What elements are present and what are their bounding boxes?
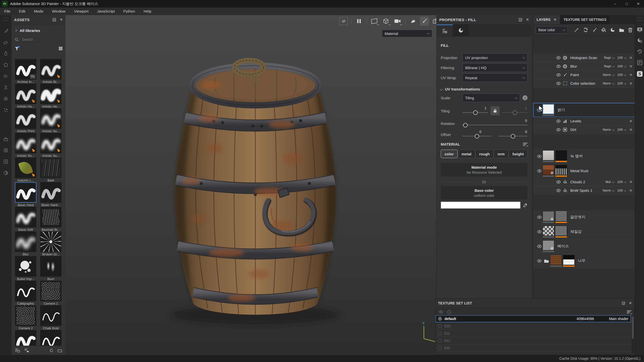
texture-set-row[interactable]: default 4096x4096 Main shader: [435, 315, 631, 323]
asset-thumbnail[interactable]: Ps: [15, 84, 36, 104]
remove-effect-icon[interactable]: ✕: [629, 81, 632, 86]
blend-mode-dropdown[interactable]: Mul: [606, 180, 614, 184]
tiling-y-slider[interactable]: 1: [502, 112, 528, 113]
layer-row[interactable]: S: [533, 117, 635, 125]
asset-thumbnail[interactable]: Ps: [40, 305, 61, 326]
close-icon[interactable]: ✕: [554, 18, 557, 22]
scrollbar[interactable]: [632, 315, 634, 353]
layer-row[interactable]: S: [533, 178, 635, 186]
display-settings-icon[interactable]: [637, 27, 642, 32]
asset-item[interactable]: Ps Basmati Br...: [38, 207, 63, 232]
asset-thumbnail[interactable]: Ps: [15, 281, 36, 301]
tiling-x-slider[interactable]: 1: [462, 112, 488, 113]
opacity-dropdown[interactable]: 100: [617, 64, 626, 68]
layer-row[interactable]: S: [533, 164, 644, 178]
smudge-tool-icon[interactable]: [0, 70, 12, 82]
perspective-view-icon[interactable]: [370, 17, 379, 26]
visibility-eye-icon[interactable]: [555, 56, 562, 60]
layer-row[interactable]: S: [533, 103, 644, 117]
asset-item[interactable]: Ps Artistic So...: [38, 133, 63, 158]
asset-thumbnail[interactable]: Ps: [15, 108, 36, 129]
hidden-eye-icon[interactable]: [438, 339, 442, 343]
rotation-slider[interactable]: 0: [462, 125, 528, 125]
menu-item[interactable]: Viewport: [70, 8, 93, 15]
info-icon[interactable]: i: [522, 95, 528, 100]
visibility-eye-icon[interactable]: [536, 155, 543, 158]
uv-tool-icon[interactable]: [0, 156, 12, 167]
tab-texture-set-settings[interactable]: TEXTURE SET SETTINGS: [560, 15, 610, 24]
asset-thumbnail[interactable]: Ps: [15, 256, 36, 277]
asset-thumbnail[interactable]: Ps: [40, 84, 61, 104]
camera-view-icon[interactable]: [393, 17, 402, 26]
texture-set-row[interactable]: 010: [435, 323, 631, 330]
shader-mode-dropdown[interactable]: Material: [382, 30, 432, 37]
particles-tool-icon[interactable]: [0, 104, 12, 116]
asset-item[interactable]: Ps Autumn L...: [13, 158, 38, 182]
tiling-y-value[interactable]: 1: [525, 106, 527, 110]
asset-item[interactable]: Ps Cement 1: [38, 281, 63, 305]
remove-effect-icon[interactable]: ✕: [629, 64, 632, 69]
visibility-eye-icon[interactable]: [536, 215, 543, 219]
panel-grip[interactable]: [637, 18, 642, 21]
asset-thumbnail[interactable]: Ps: [15, 232, 36, 252]
opacity-dropdown[interactable]: 100: [617, 128, 626, 131]
log-icon[interactable]: [637, 60, 642, 65]
pause-engine-icon[interactable]: [354, 17, 364, 26]
asset-item[interactable]: Ps Burn: [38, 256, 63, 281]
slider-knob[interactable]: [473, 110, 478, 115]
asset-thumbnail[interactable]: Ps: [15, 330, 36, 346]
material-options-icon[interactable]: [523, 143, 528, 146]
asset-item[interactable]: Ps Artistic So...: [13, 133, 38, 158]
layer-row[interactable]: S: [533, 62, 635, 71]
filter-icon[interactable]: [15, 46, 19, 51]
menu-item[interactable]: Help: [139, 8, 156, 15]
blend-mode-dropdown[interactable]: Norm: [603, 189, 614, 192]
visibility-eye-icon[interactable]: [555, 189, 562, 192]
library-selector[interactable]: All libraries: [12, 26, 65, 34]
layer-mask-thumbnail[interactable]: [555, 165, 567, 175]
substance-share-icon[interactable]: S: [637, 71, 643, 77]
asset-item[interactable]: Ps Chalk Bold: [38, 305, 63, 330]
export-tool-icon[interactable]: [0, 133, 12, 145]
offset-x-value[interactable]: 0: [479, 130, 481, 134]
asset-item[interactable]: Ps Basic Hard: [13, 182, 38, 207]
tab-layers[interactable]: LAYERS ✕: [533, 15, 560, 24]
tab-material-preview[interactable]: [453, 24, 469, 36]
refresh-icon[interactable]: [49, 348, 54, 353]
eyedropper-icon[interactable]: [523, 203, 528, 207]
offset-y-slider[interactable]: 0: [499, 136, 528, 137]
float-panel-icon[interactable]: [518, 18, 522, 22]
uv-transformations-header[interactable]: UV transformations: [440, 87, 480, 91]
asset-item[interactable]: Ps: [38, 330, 63, 346]
asset-thumbnail[interactable]: Ps: [15, 158, 36, 178]
hidden-eye-icon[interactable]: [438, 324, 442, 328]
history-icon[interactable]: [637, 49, 642, 54]
asset-item[interactable]: Ps Archive In...: [13, 59, 38, 84]
asset-thumbnail[interactable]: Ps: [15, 305, 36, 326]
visibility-eye-icon[interactable]: [555, 119, 562, 123]
remove-effect-icon[interactable]: ✕: [629, 180, 632, 184]
barrel-model[interactable]: [151, 53, 360, 329]
asset-item[interactable]: Ps Artistic He...: [38, 84, 63, 108]
list-folder-icon[interactable]: [24, 348, 29, 352]
remove-effect-icon[interactable]: ✕: [629, 56, 632, 60]
visibility-eye-icon[interactable]: [536, 169, 543, 173]
hidden-eye-icon[interactable]: [438, 332, 442, 335]
layer-row[interactable]: S: [533, 79, 635, 88]
uv-wrap-dropdown[interactable]: Repeat: [462, 73, 528, 82]
blend-mode-dropdown[interactable]: Norm: [603, 128, 614, 131]
visibility-eye-icon[interactable]: [555, 128, 562, 131]
visible-eye-icon[interactable]: [438, 317, 442, 321]
asset-thumbnail[interactable]: Ps: [40, 108, 61, 129]
asset-item[interactable]: Ps Basic Hard...: [38, 182, 63, 207]
layer-row[interactable]: S: [533, 71, 635, 79]
close-icon[interactable]: ✕: [526, 17, 529, 22]
menu-item[interactable]: Edit: [15, 8, 30, 15]
projection-tool-icon[interactable]: [0, 48, 12, 59]
minimize-button[interactable]: –: [609, 0, 621, 8]
slider-knob[interactable]: [511, 134, 515, 139]
channel-filter-dropdown[interactable]: Base color: [536, 26, 568, 34]
layer-row[interactable]: S: [533, 254, 644, 268]
delete-layer-icon[interactable]: [628, 28, 632, 32]
blend-mode-dropdown[interactable]: Repl: [604, 56, 614, 60]
